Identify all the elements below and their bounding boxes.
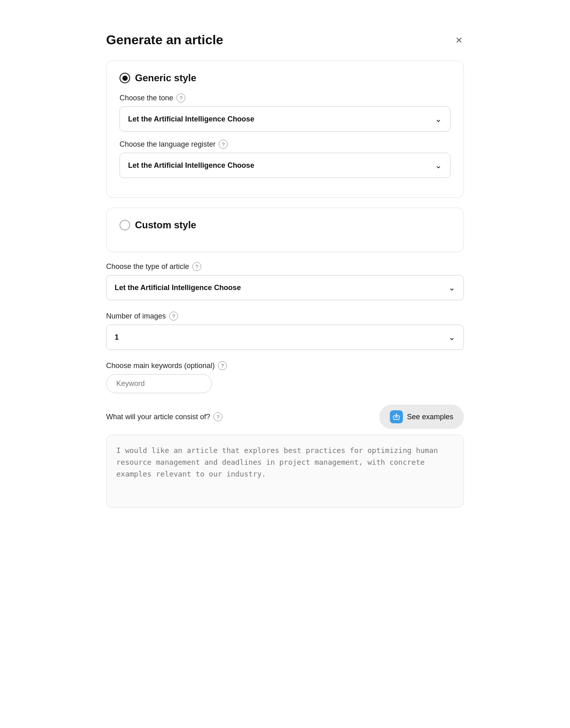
modal-title: Generate an article [106, 32, 223, 48]
see-examples-label: See examples [407, 413, 453, 421]
keywords-help-icon[interactable]: ? [218, 361, 227, 370]
tone-help-icon[interactable]: ? [176, 93, 185, 102]
keyword-input[interactable] [106, 374, 212, 393]
custom-style-radio[interactable] [120, 220, 130, 230]
article-consists-textarea[interactable] [106, 435, 464, 508]
tone-label: Choose the tone [120, 94, 173, 102]
generic-style-card: Generic style Choose the tone ? Let the … [106, 61, 464, 198]
generic-style-radio-inner [122, 76, 128, 81]
tone-dropdown-value: Let the Artificial Intelligence Choose [128, 115, 254, 124]
article-type-dropdown[interactable]: Let the Artificial Intelligence Choose ⌄ [106, 275, 464, 300]
custom-style-label: Custom style [135, 219, 196, 231]
tone-label-row: Choose the tone ? [120, 93, 450, 102]
custom-style-card: Custom style [106, 208, 464, 252]
robot-icon [390, 410, 403, 423]
generate-article-modal: Generate an article × Generic style Choo… [90, 16, 480, 712]
register-chevron-icon: ⌄ [435, 160, 442, 170]
custom-style-header[interactable]: Custom style [120, 219, 450, 231]
generic-style-radio[interactable] [120, 73, 130, 83]
num-images-dropdown[interactable]: 1 ⌄ [106, 325, 464, 350]
article-type-help-icon[interactable]: ? [192, 262, 201, 271]
register-field: Choose the language register ? Let the A… [120, 140, 450, 178]
modal-header: Generate an article × [106, 32, 464, 48]
tone-field: Choose the tone ? Let the Artificial Int… [120, 93, 450, 132]
keywords-section: Choose main keywords (optional) ? [106, 361, 464, 393]
num-images-section: Number of images ? 1 ⌄ [106, 312, 464, 350]
article-consists-left: What will your article consist of? ? [106, 412, 222, 421]
generic-style-header[interactable]: Generic style [120, 72, 450, 84]
keywords-label: Choose main keywords (optional) [106, 362, 215, 370]
num-images-label: Number of images [106, 312, 166, 321]
register-dropdown[interactable]: Let the Artificial Intelligence Choose ⌄ [120, 153, 450, 178]
see-examples-button[interactable]: See examples [379, 405, 464, 429]
keywords-label-row: Choose main keywords (optional) ? [106, 361, 464, 370]
close-button[interactable]: × [454, 33, 464, 48]
svg-point-1 [396, 414, 397, 415]
num-images-value: 1 [115, 333, 119, 342]
article-type-label: Choose the type of article [106, 262, 189, 271]
num-images-chevron-icon: ⌄ [448, 332, 455, 342]
article-type-value: Let the Artificial Intelligence Choose [115, 284, 241, 292]
register-dropdown-value: Let the Artificial Intelligence Choose [128, 161, 254, 170]
article-consists-label: What will your article consist of? [106, 413, 210, 421]
register-label-row: Choose the language register ? [120, 140, 450, 149]
article-type-section: Choose the type of article ? Let the Art… [106, 262, 464, 300]
article-type-label-row: Choose the type of article ? [106, 262, 464, 271]
article-consists-row: What will your article consist of? ? See… [106, 405, 464, 429]
register-help-icon[interactable]: ? [219, 140, 228, 149]
article-consists-section: What will your article consist of? ? See… [106, 405, 464, 509]
num-images-help-icon[interactable]: ? [169, 312, 178, 321]
tone-chevron-icon: ⌄ [435, 114, 442, 124]
num-images-label-row: Number of images ? [106, 312, 464, 321]
register-label: Choose the language register [120, 140, 215, 149]
article-consists-help-icon[interactable]: ? [213, 412, 222, 421]
generic-style-label: Generic style [135, 72, 196, 84]
tone-dropdown[interactable]: Let the Artificial Intelligence Choose ⌄ [120, 106, 450, 132]
article-type-chevron-icon: ⌄ [448, 283, 455, 292]
